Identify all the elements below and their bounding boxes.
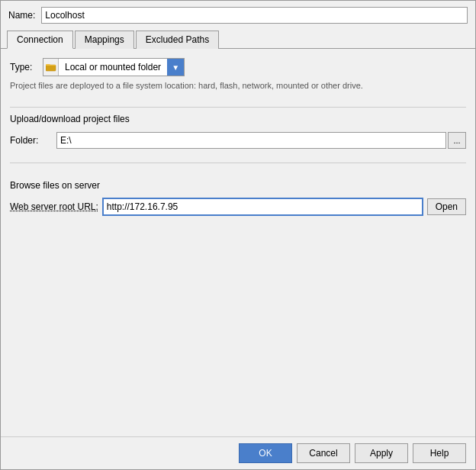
tab-excluded-paths[interactable]: Excluded Paths — [136, 31, 219, 49]
upload-section-label: Upload/download project files — [10, 114, 466, 124]
dialog-footer: OK Cancel Apply Help — [1, 436, 475, 469]
type-description: Project files are deployed to a file sys… — [10, 81, 466, 90]
folder-label: Folder: — [10, 135, 52, 146]
type-row: Type: Local or mounted folder ▼ — [10, 58, 466, 76]
dialog-header: Name: — [1, 1, 475, 30]
svg-rect-0 — [46, 65, 56, 71]
type-dropdown[interactable]: Local or mounted folder ▼ — [43, 58, 185, 76]
browse-section: Browse files on server Web server root U… — [10, 180, 466, 215]
type-value: Local or mounted folder — [59, 62, 167, 72]
name-label: Name: — [8, 10, 35, 21]
web-server-label: Web server root URL: — [10, 201, 98, 212]
tab-connection[interactable]: Connection — [7, 31, 73, 49]
tab-mappings[interactable]: Mappings — [75, 31, 134, 49]
tab-bar: Connection Mappings Excluded Paths — [1, 30, 475, 49]
folder-input[interactable] — [56, 132, 446, 149]
folder-row: Folder: ... — [10, 132, 466, 149]
deployment-dialog: Name: Connection Mappings Excluded Paths… — [0, 0, 476, 470]
browse-button[interactable]: ... — [448, 132, 466, 149]
ok-button[interactable]: OK — [239, 443, 292, 463]
open-button[interactable]: Open — [427, 198, 466, 215]
browse-section-label: Browse files on server — [10, 180, 466, 191]
section-divider-1 — [10, 107, 466, 108]
section-divider-2 — [10, 163, 466, 163]
dropdown-arrow-icon[interactable]: ▼ — [167, 59, 184, 76]
name-input[interactable] — [41, 7, 468, 24]
web-server-input[interactable] — [103, 198, 423, 215]
type-label: Type: — [10, 62, 37, 72]
folder-type-icon — [43, 59, 59, 76]
help-button[interactable]: Help — [413, 443, 466, 463]
connection-tab-content: Type: Local or mounted folder ▼ Project … — [1, 49, 475, 436]
apply-button[interactable]: Apply — [355, 443, 408, 463]
web-server-row: Web server root URL: Open — [10, 198, 466, 215]
cancel-button[interactable]: Cancel — [297, 443, 350, 463]
